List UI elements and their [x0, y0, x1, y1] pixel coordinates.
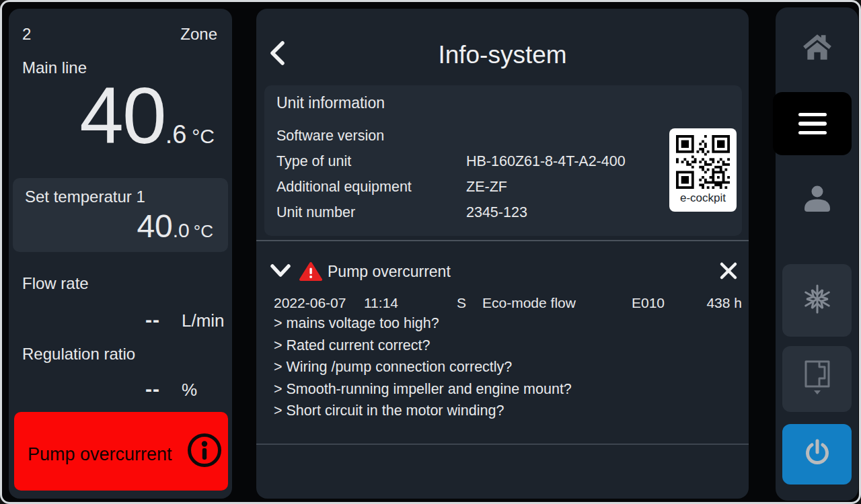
regulation-ratio-value: -- — [9, 378, 160, 401]
alarm-code: E010 — [632, 295, 665, 311]
alarm-time: 11:14 — [364, 295, 398, 311]
actual-temperature: 40.6°C — [79, 76, 215, 155]
alarm-banner[interactable]: Pump overcurrent — [14, 412, 228, 491]
checklist-item: > Smooth-running impeller and engine mou… — [274, 378, 572, 401]
zone-label: Zone — [180, 25, 217, 44]
unit-info-row: Unit number 2345-123 — [276, 200, 653, 225]
unit-info-row: Type of unit HB-160Z61-8-4T-A2-400 — [276, 149, 653, 174]
set-temperature-value: 40.0°C — [137, 210, 213, 243]
sidebar-item-mold[interactable] — [782, 346, 852, 412]
menu-icon — [798, 113, 827, 135]
line-label: Main line — [22, 58, 87, 77]
hmi-screen: 2 Zone Main line 40.6°C Set temperatur 1… — [0, 0, 861, 504]
unit-info-label: Type of unit — [276, 153, 466, 170]
alarm-meta-row: 2022-06-07 11:14 S Eco-mode flow E010 43… — [256, 295, 749, 314]
set-temp-int: 40 — [137, 208, 172, 244]
flow-rate-unit: L/min — [182, 310, 225, 331]
info-system-panel: Info-system Unit information Software ve… — [256, 9, 749, 499]
page-title: Info-system — [256, 41, 749, 69]
home-icon — [802, 33, 833, 64]
set-temp-unit: °C — [194, 221, 213, 241]
sidebar-item-power[interactable] — [782, 424, 852, 485]
regulation-ratio-unit: % — [182, 380, 197, 400]
alarm-mode: Eco-mode flow — [482, 295, 576, 311]
set-temp-frac: .0 — [173, 219, 190, 241]
sidebar-item-home[interactable] — [776, 7, 858, 89]
unit-info-value: 2345-123 — [466, 204, 527, 221]
unit-info-label: Unit number — [276, 204, 466, 221]
set-temp-label: Set temperatur 1 — [25, 187, 216, 206]
info-icon[interactable] — [186, 432, 223, 468]
checklist-item: > Rated current correct? — [274, 335, 572, 357]
zone-number: 2 — [22, 25, 31, 44]
sidebar-item-user[interactable] — [776, 163, 858, 237]
unit-info-row: Software version — [276, 123, 653, 149]
zone-panel: 2 Zone Main line 40.6°C Set temperatur 1… — [9, 9, 232, 499]
warning-icon — [299, 261, 322, 282]
unit-info-value: HB-160Z61-8-4T-A2-400 — [466, 153, 626, 170]
set-temperature-card[interactable]: Set temperatur 1 40.0°C — [13, 178, 228, 252]
alarm-detail-title: Pump overcurrent — [328, 263, 451, 281]
sidebar-item-cooling[interactable] — [782, 264, 852, 337]
user-icon — [802, 184, 833, 216]
unit-information-rows: Software version Type of unit HB-160Z61-… — [276, 123, 653, 225]
actual-temp-frac: .6 — [165, 120, 187, 149]
alarm-flag: S — [457, 295, 466, 311]
checklist-item: > mains voltage too high? — [274, 312, 572, 335]
actual-temp-unit: °C — [192, 125, 215, 147]
regulation-ratio-row: --% — [9, 378, 232, 401]
unit-information-section: Unit information Software version Type o… — [264, 85, 742, 236]
divider — [256, 240, 749, 241]
alarm-banner-label: Pump overcurrent — [28, 444, 172, 465]
snowflake-icon — [801, 283, 833, 318]
unit-info-row: Additional equipment ZE-ZF — [276, 174, 653, 200]
divider — [256, 444, 749, 445]
close-alarm-icon[interactable] — [719, 261, 738, 280]
alarm-date: 2022-06-07 — [274, 295, 346, 311]
flow-rate-label: Flow rate — [22, 274, 89, 293]
mold-icon — [801, 358, 833, 400]
checklist-item: > Wiring /pump connection correctly? — [274, 356, 572, 378]
zone-header: 2 Zone — [22, 25, 217, 44]
collapse-alarm-chevron-icon[interactable] — [270, 263, 291, 279]
actual-temp-int: 40 — [79, 71, 165, 160]
sidebar-item-menu[interactable] — [773, 92, 852, 155]
qr-card: e-cockpit — [669, 128, 737, 212]
power-icon — [802, 437, 833, 471]
unit-info-label: Additional equipment — [276, 179, 466, 196]
flow-rate-value: -- — [9, 308, 160, 331]
alarm-operating-hours: 438 h — [706, 295, 742, 311]
qr-label: e-cockpit — [669, 192, 737, 205]
alarm-checklist: > mains voltage too high? > Rated curren… — [274, 312, 572, 422]
unit-info-value: ZE-ZF — [466, 179, 507, 196]
qr-code — [676, 135, 730, 189]
checklist-item: > Short circuit in the motor winding? — [274, 400, 572, 422]
regulation-ratio-label: Regulation ratio — [22, 345, 135, 364]
unit-info-label: Software version — [276, 128, 466, 144]
unit-information-title: Unit information — [276, 93, 385, 112]
flow-rate-row: --L/min — [9, 308, 232, 331]
